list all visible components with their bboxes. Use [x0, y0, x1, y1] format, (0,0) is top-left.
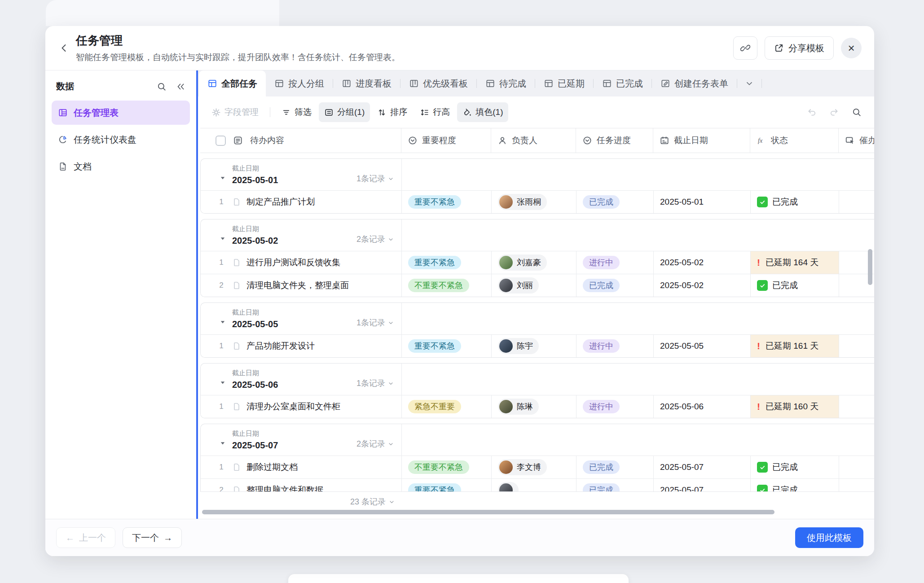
- use-template-button[interactable]: 使用此模板: [795, 527, 863, 548]
- cell-status[interactable]: !已延期 164 天: [751, 251, 839, 274]
- cell-content[interactable]: 1删除过期文档: [201, 456, 402, 478]
- next-button[interactable]: 下一个 →: [123, 527, 182, 548]
- tab-progress-board[interactable]: 进度看板: [333, 70, 400, 96]
- column-header-priority[interactable]: 重要程度: [401, 128, 491, 153]
- cell-remind[interactable]: [839, 456, 874, 478]
- cell-remind[interactable]: [839, 479, 874, 492]
- cell-assignee[interactable]: 李文博: [492, 456, 576, 478]
- collapse-triangle-icon[interactable]: [220, 236, 226, 244]
- cell-assignee[interactable]: 刘嘉豪: [492, 251, 576, 274]
- cell-progress[interactable]: 已完成: [576, 191, 654, 213]
- horizontal-scrollbar[interactable]: [202, 510, 774, 514]
- search-icon[interactable]: [157, 82, 167, 92]
- cell-due-date[interactable]: 2025-05-07: [654, 479, 751, 492]
- cell-content[interactable]: 1产品功能开发设计: [201, 335, 402, 357]
- back-button[interactable]: [55, 39, 73, 57]
- cell-due-date[interactable]: 2025-05-01: [654, 191, 751, 213]
- undo-icon[interactable]: [807, 107, 817, 117]
- cell-status[interactable]: !已延期 161 天: [751, 335, 839, 357]
- field-manage-button[interactable]: 字段管理: [206, 102, 264, 122]
- group-button[interactable]: 分组(1): [319, 102, 370, 122]
- cell-remind[interactable]: [839, 395, 874, 418]
- cell-assignee[interactable]: [492, 479, 576, 492]
- group-record-count[interactable]: 2条记录: [356, 438, 394, 449]
- group-header-cell[interactable]: 截止日期2025-05-011条记录: [201, 159, 402, 190]
- share-template-button[interactable]: 分享模板: [765, 36, 834, 60]
- column-header-content[interactable]: 待办内容: [200, 128, 401, 153]
- tabs-more-button[interactable]: [737, 70, 761, 96]
- cell-progress[interactable]: 进行中: [576, 335, 654, 357]
- prev-button[interactable]: ← 上一个: [56, 527, 115, 548]
- group-record-count[interactable]: 1条记录: [356, 317, 394, 328]
- collapse-triangle-icon[interactable]: [220, 319, 226, 327]
- column-header-due[interactable]: 截止日期: [653, 128, 750, 153]
- search-icon[interactable]: [852, 107, 862, 117]
- cell-assignee[interactable]: 陈琳: [492, 395, 576, 418]
- column-header-progress[interactable]: 任务进度: [576, 128, 653, 153]
- record-count-footer[interactable]: 23 条记录: [200, 495, 401, 509]
- cell-status[interactable]: 已完成: [751, 191, 839, 213]
- copy-link-button[interactable]: [733, 36, 757, 60]
- cell-progress[interactable]: 已完成: [576, 274, 654, 297]
- cell-priority[interactable]: 重要不紧急: [402, 335, 492, 357]
- sidebar-item-docs[interactable]: 文档: [52, 154, 190, 179]
- cell-status[interactable]: 已完成: [751, 274, 839, 297]
- cell-progress[interactable]: 已完成: [576, 456, 654, 478]
- cell-content[interactable]: 1进行用户测试和反馈收集: [201, 251, 402, 274]
- cell-assignee[interactable]: 刘丽: [492, 274, 576, 297]
- cell-content[interactable]: 1制定产品推广计划: [201, 191, 402, 213]
- tab-create-form[interactable]: 创建任务表单: [652, 70, 737, 96]
- collapse-triangle-icon[interactable]: [220, 175, 226, 183]
- redo-icon[interactable]: [829, 107, 839, 117]
- collapse-triangle-icon[interactable]: [220, 380, 226, 388]
- cell-content[interactable]: 2整理电脑文件和数据: [201, 479, 402, 492]
- filter-button[interactable]: 筛选: [276, 102, 317, 122]
- cell-priority[interactable]: 重要不紧急: [402, 479, 492, 492]
- sidebar-item-tasks-table[interactable]: 任务管理表: [52, 101, 190, 125]
- cell-priority[interactable]: 紧急不重要: [402, 395, 492, 418]
- tab-todo[interactable]: 待完成: [477, 70, 535, 96]
- group-header-cell[interactable]: 截止日期2025-05-072条记录: [201, 424, 402, 456]
- fill-color-button[interactable]: 填色(1): [457, 102, 508, 122]
- cell-remind[interactable]: [839, 191, 874, 213]
- cell-progress[interactable]: 进行中: [576, 395, 654, 418]
- cell-status[interactable]: !已延期 160 天: [751, 395, 839, 418]
- tab-done[interactable]: 已完成: [594, 70, 651, 96]
- cell-priority[interactable]: 不重要不紧急: [402, 456, 492, 478]
- cell-content[interactable]: 2清理电脑文件夹，整理桌面: [201, 274, 402, 297]
- cell-status[interactable]: 已完成: [751, 479, 839, 492]
- cell-progress[interactable]: 已完成: [576, 479, 654, 492]
- cell-priority[interactable]: 不重要不紧急: [402, 274, 492, 297]
- sort-button[interactable]: 排序: [372, 102, 413, 122]
- tab-all-tasks[interactable]: 全部任务: [199, 70, 266, 96]
- cell-due-date[interactable]: 2025-05-07: [654, 456, 751, 478]
- tab-by-person[interactable]: 按人分组: [266, 70, 333, 96]
- group-header-cell[interactable]: 截止日期2025-05-051条记录: [201, 303, 402, 334]
- cell-due-date[interactable]: 2025-05-05: [654, 335, 751, 357]
- tab-priority-board[interactable]: 优先级看板: [400, 70, 476, 96]
- group-record-count[interactable]: 2条记录: [356, 234, 394, 245]
- tab-delayed[interactable]: 已延期: [535, 70, 593, 96]
- group-header-cell[interactable]: 截止日期2025-05-061条记录: [201, 364, 402, 395]
- cell-status[interactable]: 已完成: [751, 456, 839, 478]
- sidebar-item-stats-dashboard[interactable]: 任务统计仪表盘: [52, 127, 190, 152]
- collapse-sidebar-icon[interactable]: [176, 82, 185, 92]
- cell-due-date[interactable]: 2025-05-02: [654, 251, 751, 274]
- cell-assignee[interactable]: 张雨桐: [492, 191, 576, 213]
- close-button[interactable]: ×: [841, 38, 862, 58]
- select-all-checkbox[interactable]: [216, 136, 226, 146]
- collapse-triangle-icon[interactable]: [220, 440, 226, 448]
- row-height-button[interactable]: 行高: [414, 102, 455, 122]
- column-header-assignee[interactable]: 负责人: [491, 128, 576, 153]
- group-record-count[interactable]: 1条记录: [356, 378, 394, 389]
- cell-content[interactable]: 1清理办公室桌面和文件柜: [201, 395, 402, 418]
- cell-priority[interactable]: 重要不紧急: [402, 191, 492, 213]
- column-header-remind[interactable]: 催办: [839, 128, 874, 153]
- cell-due-date[interactable]: 2025-05-06: [654, 395, 751, 418]
- vertical-scrollbar[interactable]: [868, 249, 872, 285]
- cell-progress[interactable]: 进行中: [576, 251, 654, 274]
- group-record-count[interactable]: 1条记录: [356, 173, 394, 184]
- column-header-status[interactable]: fx状态: [750, 128, 839, 153]
- cell-assignee[interactable]: 陈宇: [492, 335, 576, 357]
- group-header-cell[interactable]: 截止日期2025-05-022条记录: [201, 219, 402, 251]
